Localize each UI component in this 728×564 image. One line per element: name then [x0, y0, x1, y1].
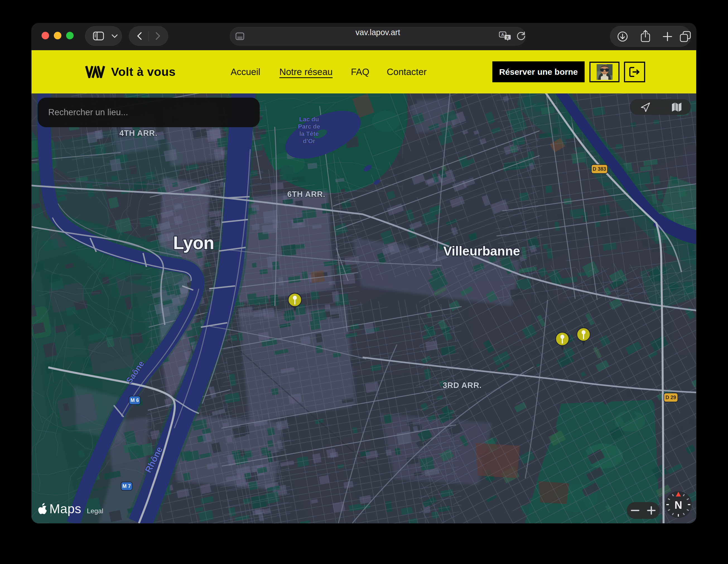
svg-text:la Tête: la Tête: [299, 130, 319, 137]
svg-text:d'Or: d'Or: [303, 138, 315, 144]
svg-text:D 29: D 29: [666, 395, 676, 400]
svg-text:M 6: M 6: [131, 397, 139, 403]
svg-text:6TH ARR.: 6TH ARR.: [287, 190, 326, 199]
svg-text:Parc de: Parc de: [298, 123, 320, 130]
svg-text:A: A: [501, 32, 504, 37]
svg-text:Villeurbanne: Villeurbanne: [443, 244, 520, 258]
svg-text:Lac du: Lac du: [299, 116, 319, 123]
svg-text:M 7: M 7: [122, 483, 131, 489]
svg-text:Lyon: Lyon: [173, 233, 214, 253]
svg-text:N: N: [674, 499, 682, 511]
svg-text:D 383: D 383: [593, 166, 606, 172]
svg-text:4TH ARR.: 4TH ARR.: [119, 129, 158, 138]
svg-text:3RD ARR.: 3RD ARR.: [443, 381, 482, 390]
svg-text:文: 文: [506, 36, 509, 39]
